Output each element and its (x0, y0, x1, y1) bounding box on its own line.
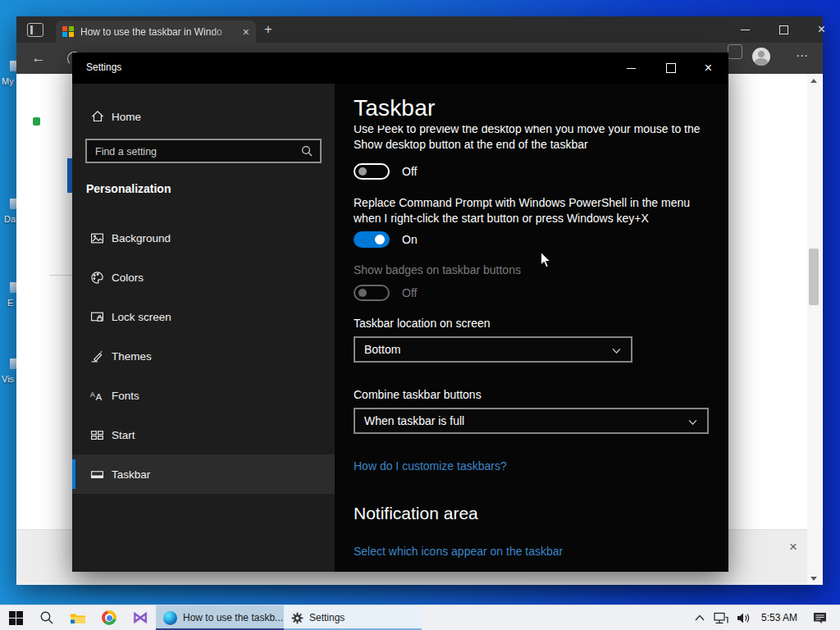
profile-avatar[interactable] (752, 48, 770, 66)
settings-minimize-button[interactable] (613, 55, 650, 81)
collections-icon[interactable] (728, 44, 742, 59)
scroll-down-icon[interactable] (810, 577, 817, 581)
microsoft-favicon-icon (62, 26, 74, 38)
sidebar-item-themes[interactable]: Themes (72, 336, 335, 376)
badges-toggle-state: Off (402, 286, 417, 299)
sidebar-section-header: Personalization (86, 182, 171, 195)
desktop-icon-fragment (10, 358, 16, 369)
chrome-icon (102, 610, 116, 625)
desktop-icon-fragment (10, 282, 16, 293)
gear-icon (291, 612, 304, 624)
windows-taskbar: ⋈ How to use the taskb... Settings 5:53 … (0, 605, 840, 630)
edge-icon (163, 611, 177, 625)
volume-tray-icon[interactable] (733, 605, 755, 630)
show-hidden-icons-button[interactable] (689, 605, 710, 630)
chrome-button[interactable] (94, 605, 125, 630)
chevron-up-icon (695, 614, 705, 621)
combine-dropdown[interactable]: When taskbar is full (354, 408, 709, 434)
desktop-icon-fragment (10, 61, 16, 71)
start-icon (90, 428, 104, 442)
search-input[interactable] (94, 142, 294, 162)
settings-maximize-button[interactable] (652, 55, 689, 81)
scrollbar-thumb[interactable] (809, 249, 819, 305)
peek-toggle[interactable] (354, 163, 390, 180)
combine-label: Combine taskbar buttons (354, 388, 482, 401)
settings-window-title: Settings (86, 62, 121, 73)
location-value: Bottom (364, 343, 400, 356)
browser-minimize-button[interactable] (727, 16, 764, 43)
back-icon[interactable]: ← (28, 48, 49, 69)
page-scrollbar[interactable] (807, 74, 821, 584)
peek-toggle-state: Off (402, 165, 417, 178)
sidebar-item-background[interactable]: Background (72, 218, 335, 258)
taskbar-clock[interactable]: 5:53 AM (755, 605, 806, 630)
settings-search-box[interactable] (85, 139, 322, 163)
settings-window: Settings × Home Pe (72, 52, 728, 572)
settings-close-button[interactable]: × (690, 55, 727, 81)
visual-studio-icon: ⋈ (133, 610, 148, 625)
browser-maximize-button[interactable] (765, 16, 802, 43)
location-dropdown[interactable]: Bottom (354, 336, 632, 363)
fonts-icon: AA (90, 389, 104, 403)
sidebar-item-home[interactable]: Home (72, 102, 335, 131)
search-icon (39, 610, 54, 625)
tab-close-icon[interactable]: × (243, 26, 249, 38)
svg-text:A: A (90, 390, 95, 398)
sidebar-item-lock-screen[interactable]: Lock screen (72, 297, 335, 336)
sidebar-item-label: Taskbar (112, 468, 150, 481)
chevron-down-icon (687, 417, 698, 427)
file-explorer-button[interactable] (62, 605, 94, 630)
settings-title-bar[interactable]: Settings × (72, 52, 728, 84)
browser-tab-bar: How to use the taskbar in Windo × + × (16, 16, 823, 43)
lock-screen-icon (90, 310, 104, 324)
file-explorer-icon (70, 611, 86, 625)
action-center-button[interactable] (806, 605, 833, 630)
taskbar-icon (90, 468, 104, 482)
browser-tab[interactable]: How to use the taskbar in Windo × (56, 21, 256, 43)
powershell-toggle-state: On (402, 233, 418, 246)
task-label: How to use the taskb... (183, 612, 283, 623)
desktop-icon-fragment (10, 199, 16, 209)
banner-close-icon[interactable]: × (784, 538, 802, 556)
sidebar-item-label: Lock screen (112, 311, 171, 323)
powershell-setting-text: Replace Command Prompt with Windows Powe… (354, 195, 724, 226)
task-label: Settings (309, 612, 345, 623)
visual-studio-button[interactable]: ⋈ (125, 605, 156, 630)
powershell-toggle[interactable] (354, 231, 390, 248)
notification-icons-link[interactable]: Select which icons appear on the taskbar (354, 545, 563, 558)
page-title: Taskbar (354, 95, 435, 121)
taskbar-task-settings[interactable]: Settings (284, 605, 422, 630)
action-center-icon (813, 612, 827, 624)
speaker-icon (737, 612, 751, 624)
desktop-icon-label[interactable]: E (7, 298, 13, 308)
desktop-icon-label[interactable]: Da (4, 214, 16, 224)
peek-setting-text: Use Peek to preview the desktop when you… (354, 126, 724, 156)
browser-close-button[interactable]: × (803, 16, 840, 43)
sidebar-item-label: Fonts (112, 390, 139, 402)
settings-content: Taskbar Use Peek to preview the desktop … (335, 84, 728, 572)
start-button[interactable] (0, 605, 31, 630)
sidebar-item-taskbar[interactable]: Taskbar (72, 454, 335, 494)
svg-text:A: A (95, 390, 102, 401)
sidebar-item-start[interactable]: Start (72, 415, 335, 454)
sidebar-item-label: Background (112, 232, 171, 244)
taskbar-search-button[interactable] (31, 605, 62, 630)
ethernet-icon (714, 612, 728, 624)
home-icon (90, 110, 104, 124)
sidebar-item-label: Colors (112, 272, 144, 284)
tab-actions-icon[interactable] (27, 23, 43, 37)
page-fragment (33, 117, 40, 126)
sidebar-item-colors[interactable]: Colors (72, 258, 335, 297)
customize-taskbars-link[interactable]: How do I customize taskbars? (354, 459, 507, 472)
taskbar-task-edge[interactable]: How to use the taskb... (156, 605, 284, 630)
sidebar-item-fonts[interactable]: AA Fonts (72, 376, 335, 415)
network-tray-icon[interactable] (710, 605, 733, 630)
browser-menu-icon[interactable]: ⋯ (792, 48, 812, 66)
settings-sidebar: Home Personalization Background (72, 84, 335, 572)
desktop-icon-label[interactable]: My (2, 76, 14, 86)
new-tab-button[interactable]: + (258, 20, 278, 39)
desktop-icon-label[interactable]: Vis (2, 374, 14, 384)
scroll-up-icon[interactable] (810, 79, 817, 83)
search-icon[interactable] (300, 144, 313, 161)
badges-setting-text: Show badges on taskbar buttons (354, 262, 521, 278)
